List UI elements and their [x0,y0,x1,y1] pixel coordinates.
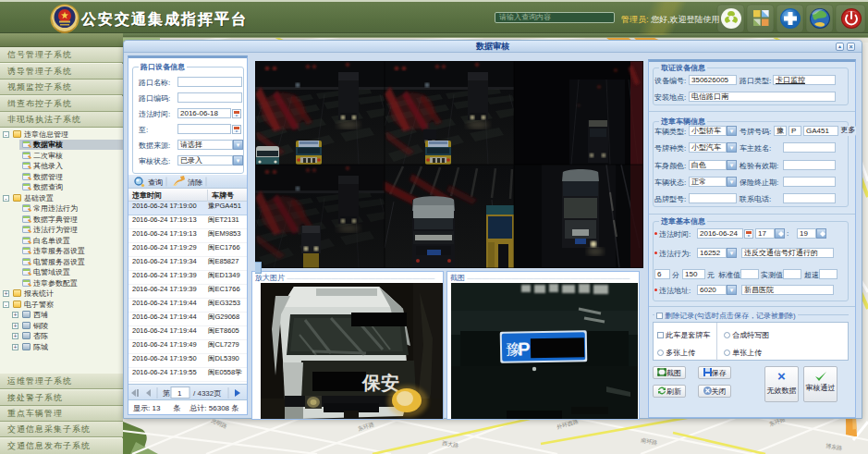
svg-text:第: 第 [163,389,170,398]
svg-text:/ 4332页: / 4332页 [193,389,221,398]
svg-text:清除: 清除 [188,178,202,187]
svg-text:查询: 查询 [148,178,163,187]
svg-text:1: 1 [177,389,182,398]
svg-text:P: P [518,338,531,359]
